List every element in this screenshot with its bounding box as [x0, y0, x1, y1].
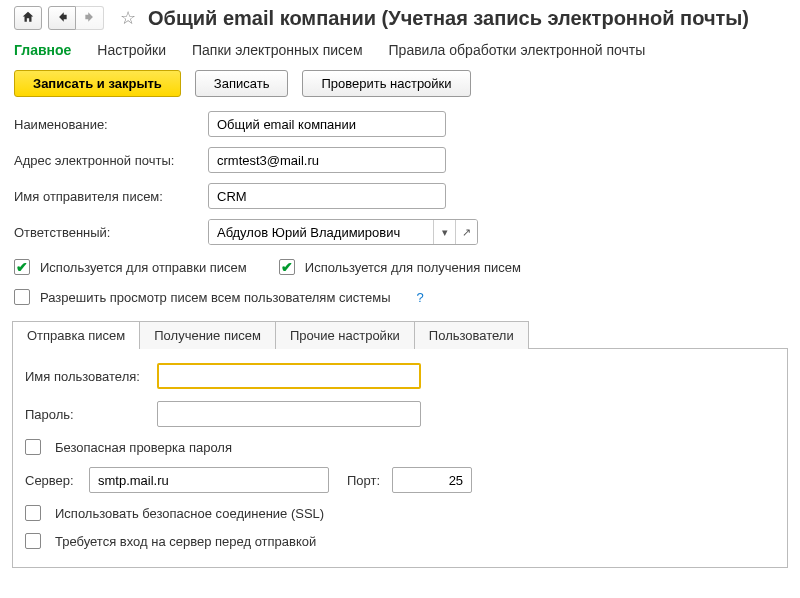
verify-settings-button[interactable]: Проверить настройки	[302, 70, 470, 97]
arrow-left-icon	[55, 10, 69, 27]
responsible-open-button[interactable]: ↗	[455, 220, 477, 244]
home-button[interactable]	[14, 6, 42, 30]
send-settings-panel: Имя пользователя: Пароль: Безопасная про…	[12, 348, 788, 568]
use-for-send-check[interactable]: ✔ Используется для отправки писем	[14, 259, 247, 275]
sender-label: Имя отправителя писем:	[14, 189, 208, 204]
responsible-label: Ответственный:	[14, 225, 208, 240]
email-label: Адрес электронной почты:	[14, 153, 208, 168]
subtab-send[interactable]: Отправка писем	[12, 321, 140, 349]
connection-tabs: Отправка писем Получение писем Прочие на…	[12, 321, 788, 349]
responsible-field: ▾ ↗	[208, 219, 478, 245]
password-input[interactable]	[157, 401, 421, 427]
responsible-input[interactable]	[209, 220, 433, 244]
section-tabs: Главное Настройки Папки электронных писе…	[0, 32, 800, 70]
use-for-receive-check[interactable]: ✔ Используется для получения писем	[279, 259, 521, 275]
sender-input[interactable]	[208, 183, 446, 209]
nav-history-group	[48, 6, 104, 30]
favorite-icon[interactable]: ☆	[120, 7, 136, 29]
subtab-other[interactable]: Прочие настройки	[275, 321, 415, 349]
username-input[interactable]	[157, 363, 421, 389]
open-ref-icon: ↗	[462, 226, 471, 239]
usage-checks: ✔ Используется для отправки писем ✔ Испо…	[0, 255, 800, 285]
main-form: Наименование: Адрес электронной почты: И…	[0, 111, 800, 245]
save-button[interactable]: Записать	[195, 70, 289, 97]
tab-folders[interactable]: Папки электронных писем	[192, 42, 363, 58]
subtab-receive[interactable]: Получение писем	[139, 321, 276, 349]
login-before-send-check[interactable]	[25, 533, 41, 549]
server-label: Сервер:	[25, 473, 85, 488]
name-input[interactable]	[208, 111, 446, 137]
server-input[interactable]	[89, 467, 329, 493]
use-for-send-label: Используется для отправки писем	[40, 260, 247, 275]
check-icon: ✔	[14, 259, 30, 275]
safe-password-check[interactable]	[25, 439, 41, 455]
help-icon[interactable]: ?	[417, 290, 424, 305]
subtab-users[interactable]: Пользователи	[414, 321, 529, 349]
home-icon	[21, 10, 35, 27]
check-icon: ✔	[279, 259, 295, 275]
back-button[interactable]	[48, 6, 76, 30]
chevron-down-icon: ▾	[442, 226, 448, 239]
responsible-dropdown-button[interactable]: ▾	[433, 220, 455, 244]
ssl-label: Использовать безопасное соединение (SSL)	[55, 506, 324, 521]
password-label: Пароль:	[25, 407, 153, 422]
username-label: Имя пользователя:	[25, 369, 153, 384]
allow-all-row: Разрешить просмотр писем всем пользовате…	[0, 285, 800, 321]
ssl-check[interactable]	[25, 505, 41, 521]
email-input[interactable]	[208, 147, 446, 173]
port-input[interactable]	[392, 467, 472, 493]
safe-password-label: Безопасная проверка пароля	[55, 440, 232, 455]
allow-all-label: Разрешить просмотр писем всем пользовате…	[40, 290, 391, 305]
tab-settings[interactable]: Настройки	[97, 42, 166, 58]
allow-all-check[interactable]	[14, 289, 30, 305]
arrow-right-icon	[83, 10, 97, 27]
login-before-send-label: Требуется вход на сервер перед отправкой	[55, 534, 316, 549]
page-title: Общий email компании (Учетная запись эле…	[148, 7, 749, 30]
use-for-receive-label: Используется для получения писем	[305, 260, 521, 275]
forward-button[interactable]	[76, 6, 104, 30]
window-toolbar: ☆ Общий email компании (Учетная запись э…	[0, 0, 800, 32]
tab-rules[interactable]: Правила обработки электронной почты	[389, 42, 646, 58]
action-bar: Записать и закрыть Записать Проверить на…	[0, 70, 800, 111]
tab-main[interactable]: Главное	[14, 42, 71, 58]
name-label: Наименование:	[14, 117, 208, 132]
save-and-close-button[interactable]: Записать и закрыть	[14, 70, 181, 97]
port-label: Порт:	[347, 473, 380, 488]
